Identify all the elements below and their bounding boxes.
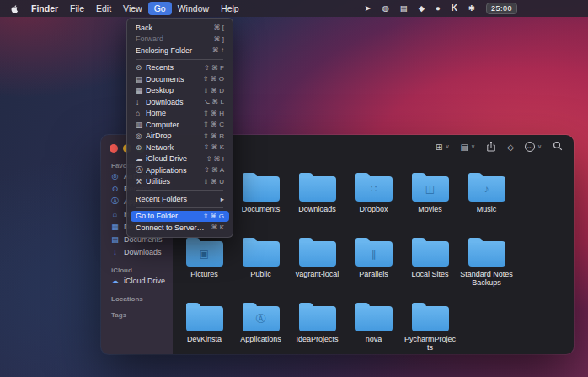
folder-applications[interactable]: Ⓐ Applications bbox=[233, 302, 289, 354]
documents-icon: ▤ bbox=[110, 235, 120, 244]
menu-item-documents[interactable]: ▤ Documents ⇧ ⌘ O bbox=[131, 73, 229, 85]
folder-downloads[interactable]: Downloads bbox=[289, 172, 345, 237]
menu-item-shortcut: ⇧ ⌘ U bbox=[203, 178, 224, 186]
folder-label: Local Sites bbox=[411, 270, 448, 278]
menu-file[interactable]: File bbox=[64, 2, 90, 15]
list-view-button[interactable]: ▤ ∨ bbox=[461, 143, 476, 152]
menu-item-label: Network bbox=[146, 143, 200, 152]
folder-pictures[interactable]: ▣ Pictures bbox=[176, 237, 233, 302]
search-button[interactable] bbox=[553, 141, 563, 153]
sidebar-item-label: Downloads bbox=[124, 248, 162, 256]
folder-label: DevKinsta bbox=[187, 335, 222, 343]
folder-label: vagrant-local bbox=[296, 270, 339, 278]
menu-item-icloud-drive[interactable]: ☁ iCloud Drive ⇧ ⌘ I bbox=[131, 153, 229, 165]
menu-item-network[interactable]: ⊕ Network ⇧ ⌘ K bbox=[131, 142, 229, 153]
more-actions-button[interactable]: ⋯ ∨ bbox=[525, 142, 542, 152]
menu-edit[interactable]: Edit bbox=[90, 2, 117, 15]
menu-view[interactable]: View bbox=[117, 2, 148, 15]
folder-dropbox[interactable]: ∷ Dropbox bbox=[345, 172, 402, 237]
menu-bar-left: Finder File Edit View Go Window Help bbox=[0, 2, 245, 15]
menu-item-shortcut: ⇧ ⌘ D bbox=[203, 87, 224, 94]
folder-parallels[interactable]: ∥ Parallels bbox=[345, 237, 402, 302]
menu-item-shortcut: ⇧ ⌘ A bbox=[204, 166, 224, 174]
sidebar-header-locations: Locations bbox=[101, 295, 173, 303]
folder-glyph: ♪ bbox=[468, 176, 505, 202]
menu-item-desktop[interactable]: ▦ Desktop ⇧ ⌘ D bbox=[131, 85, 229, 97]
folder-devkinsta[interactable]: DevKinsta bbox=[176, 302, 233, 354]
menu-help[interactable]: Help bbox=[215, 2, 245, 15]
folder-icon bbox=[299, 306, 336, 331]
folder-glyph: ◫ bbox=[412, 176, 449, 202]
menu-item-recents[interactable]: ⊙ Recents ⇧ ⌘ F bbox=[131, 62, 229, 74]
menu-item-shortcut: ⇧ ⌘ O bbox=[203, 75, 224, 83]
menu-item-label: Computer bbox=[146, 121, 199, 129]
folder-documents[interactable]: Documents bbox=[233, 172, 289, 237]
bell-icon[interactable]: ◆ bbox=[419, 4, 425, 13]
folder-movies[interactable]: ◫ Movies bbox=[402, 172, 458, 237]
menu-item-label: Enclosing Folder bbox=[136, 46, 208, 55]
user-icon[interactable]: ● bbox=[436, 4, 441, 13]
menu-item-enclosing-folder[interactable]: Enclosing Folder ⌘ ↑ bbox=[131, 45, 229, 57]
folder-pycharmprojects[interactable]: PycharmProjects bbox=[402, 302, 458, 354]
send-icon[interactable]: ➤ bbox=[364, 4, 371, 13]
folder-standard-notes-backups[interactable]: Standard Notes Backups bbox=[458, 237, 515, 302]
chevron-down-icon: ∨ bbox=[537, 143, 542, 150]
folder-glyph: ∷ bbox=[355, 176, 393, 202]
rows-icon[interactable]: ▤ bbox=[400, 4, 408, 13]
menu-item-airdrop[interactable]: ◎ AirDrop ⇧ ⌘ R bbox=[131, 131, 229, 143]
menu-item-computer[interactable]: ▥ Computer ⇧ ⌘ C bbox=[131, 119, 229, 131]
airdrop-icon: ◎ bbox=[136, 132, 146, 140]
menu-item-shortcut: ⇧ ⌘ I bbox=[206, 155, 224, 163]
folder-nova[interactable]: nova bbox=[345, 302, 402, 354]
menu-item-label: Back bbox=[136, 24, 210, 32]
grid-view-button[interactable]: ⊞ ∨ bbox=[436, 143, 450, 152]
folder-label: Dropbox bbox=[359, 205, 388, 213]
menu-item-shortcut: ⌘ K bbox=[211, 224, 224, 231]
folder-label: Public bbox=[250, 270, 271, 278]
menu-item-home[interactable]: ⌂ Home ⇧ ⌘ H bbox=[131, 108, 229, 120]
close-button[interactable] bbox=[110, 144, 118, 153]
keybase-icon[interactable]: K bbox=[452, 4, 457, 13]
menu-item-label: Forward bbox=[136, 35, 210, 43]
network-icon: ⊕ bbox=[136, 143, 146, 152]
folder-icon bbox=[186, 306, 223, 331]
cloud-icon: ☁ bbox=[110, 277, 120, 285]
airdrop-icon: ◎ bbox=[110, 172, 120, 180]
menu-item-go-to-folder[interactable]: Go to Folder… ⇧ ⌘ G bbox=[131, 211, 229, 223]
asterisk-icon[interactable]: ✱ bbox=[468, 4, 475, 13]
menu-item-downloads[interactable]: ↓ Downloads ⌥ ⌘ L bbox=[131, 96, 229, 108]
dot-circle-icon[interactable]: ◍ bbox=[382, 4, 388, 13]
desktop-icon: ▦ bbox=[136, 86, 146, 94]
timer-badge[interactable]: 25:00 bbox=[486, 3, 517, 14]
menu-item-utilities[interactable]: ⚒ Utilities ⇧ ⌘ U bbox=[131, 176, 229, 188]
folder-label: Standard Notes Backups bbox=[460, 270, 513, 288]
folder-music[interactable]: ♪ Music bbox=[458, 172, 515, 237]
folder-glyph bbox=[299, 176, 336, 202]
menu-item-back[interactable]: Back ⌘ [ bbox=[131, 22, 229, 34]
submenu-arrow-icon: ▸ bbox=[221, 195, 224, 203]
menu-item-shortcut: ⌘ ↑ bbox=[212, 46, 224, 54]
sidebar-item-downloads[interactable]: ↓ Downloads bbox=[101, 245, 173, 258]
menu-finder[interactable]: Finder bbox=[25, 2, 64, 15]
tags-button[interactable]: ◇ bbox=[507, 143, 514, 152]
folder-icon bbox=[299, 176, 336, 202]
folder-local-sites[interactable]: Local Sites bbox=[402, 237, 458, 302]
share-icon bbox=[486, 141, 496, 152]
apple-menu-icon[interactable] bbox=[6, 3, 25, 13]
sidebar-item-icloud-drive[interactable]: ☁ iCloud Drive bbox=[101, 274, 173, 287]
menu-item-applications[interactable]: Ⓐ Applications ⇧ ⌘ A bbox=[131, 164, 229, 176]
menu-window[interactable]: Window bbox=[172, 2, 215, 15]
folder-public[interactable]: Public bbox=[233, 237, 289, 302]
sidebar-item-label: iCloud Drive bbox=[124, 277, 165, 285]
share-button[interactable] bbox=[486, 141, 496, 153]
folder-vagrant-local[interactable]: vagrant-local bbox=[289, 237, 345, 302]
folder-label: IdeaProjects bbox=[296, 335, 338, 343]
menu-item-label: Go to Folder… bbox=[136, 212, 199, 220]
folder-ideaprojects[interactable]: IdeaProjects bbox=[289, 302, 345, 354]
folder-glyph bbox=[412, 241, 449, 267]
menu-item-connect-to-server[interactable]: Connect to Server… ⌘ K bbox=[131, 222, 229, 234]
menu-item-recent-folders[interactable]: Recent Folders ▸ bbox=[131, 193, 229, 205]
menu-item-label: Applications bbox=[146, 166, 200, 175]
menu-item-shortcut: ⇧ ⌘ F bbox=[204, 64, 224, 72]
menu-go[interactable]: Go bbox=[148, 2, 172, 15]
